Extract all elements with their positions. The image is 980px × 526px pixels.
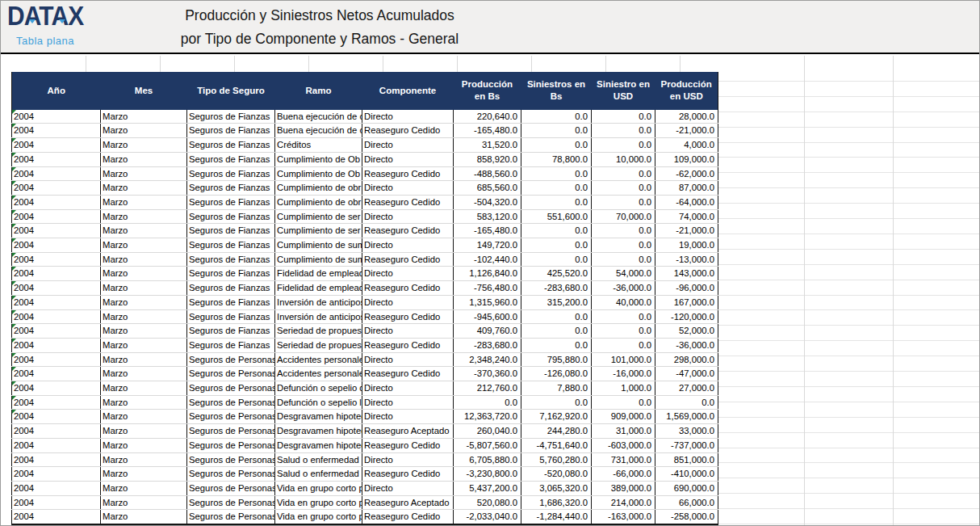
cell-componente[interactable]: Reaseguro Cedido: [362, 224, 454, 238]
cell-mes[interactable]: Marzo: [101, 452, 187, 467]
cell-componente[interactable]: Directo: [362, 181, 454, 196]
cell-ano[interactable]: 2004: [12, 295, 101, 309]
cell-tipo_de_seguro[interactable]: Seguros de Personas: [187, 510, 275, 524]
column-header-tipo_de_seguro[interactable]: Tipo de Seguro: [187, 72, 275, 110]
cell-ano[interactable]: 2004: [12, 309, 101, 324]
cell-tipo_de_seguro[interactable]: Seguros de Fianzas: [187, 181, 275, 196]
cell-siniestros_bs[interactable]: 0.0: [521, 338, 592, 352]
cell-siniestro_usd[interactable]: 0.0: [592, 195, 655, 209]
cell-produccion_bs[interactable]: -370,360.0: [454, 367, 521, 381]
cell-mes[interactable]: Marzo: [101, 424, 187, 439]
cell-produccion_usd[interactable]: 1,569,000.0: [655, 410, 718, 424]
cell-produccion_usd[interactable]: -64,000.0: [655, 195, 718, 209]
cell-produccion_usd[interactable]: 109,000.0: [655, 152, 718, 166]
cell-ano[interactable]: 2004: [12, 338, 101, 352]
cell-ano[interactable]: 2004: [12, 209, 101, 224]
cell-produccion_usd[interactable]: 27,000.0: [655, 381, 718, 396]
cell-mes[interactable]: Marzo: [101, 510, 187, 524]
cell-produccion_usd[interactable]: 74,000.0: [655, 209, 718, 224]
cell-siniestro_usd[interactable]: 0.0: [592, 395, 655, 410]
cell-produccion_usd[interactable]: -36,000.0: [655, 338, 718, 352]
cell-mes[interactable]: Marzo: [101, 495, 187, 510]
cell-ramo[interactable]: Buena ejecución de o: [275, 124, 362, 138]
cell-mes[interactable]: Marzo: [101, 209, 187, 224]
cell-ramo[interactable]: Inversión de anticipos: [275, 309, 362, 324]
cell-ano[interactable]: 2004: [12, 281, 101, 296]
column-header-ramo[interactable]: Ramo: [275, 72, 362, 110]
cell-siniestro_usd[interactable]: 0.0: [592, 124, 655, 138]
column-header-produccion_usd[interactable]: Producción en USD: [655, 72, 718, 110]
cell-produccion_bs[interactable]: -5,807,560.0: [454, 438, 521, 452]
cell-produccion_bs[interactable]: -165,480.0: [454, 224, 521, 238]
cell-ramo[interactable]: Cumplimiento de sum: [275, 238, 362, 253]
cell-mes[interactable]: Marzo: [101, 152, 187, 166]
cell-produccion_usd[interactable]: -13,000.0: [655, 252, 718, 267]
cell-tipo_de_seguro[interactable]: Seguros de Personas: [187, 367, 275, 381]
cell-siniestros_bs[interactable]: -126,080.0: [521, 367, 592, 381]
cell-componente[interactable]: Directo: [362, 138, 454, 153]
cell-ramo[interactable]: Cumplimiento de sum: [275, 252, 362, 267]
cell-mes[interactable]: Marzo: [101, 467, 187, 482]
cell-mes[interactable]: Marzo: [101, 281, 187, 296]
cell-siniestro_usd[interactable]: 0.0: [592, 166, 655, 181]
cell-produccion_bs[interactable]: 149,720.0: [454, 238, 521, 253]
cell-produccion_bs[interactable]: 685,560.0: [454, 181, 521, 196]
cell-siniestro_usd[interactable]: 1,000.0: [592, 381, 655, 396]
cell-siniestro_usd[interactable]: 0.0: [592, 181, 655, 196]
cell-ramo[interactable]: Vida en grupo corto p: [275, 481, 362, 495]
cell-componente[interactable]: Reaseguro Cedido: [362, 467, 454, 482]
cell-produccion_bs[interactable]: -488,560.0: [454, 166, 521, 181]
cell-tipo_de_seguro[interactable]: Seguros de Personas: [187, 495, 275, 510]
cell-siniestro_usd[interactable]: 0.0: [592, 224, 655, 238]
cell-siniestros_bs[interactable]: 1,686,320.0: [521, 495, 592, 510]
cell-produccion_bs[interactable]: -756,480.0: [454, 281, 521, 296]
cell-mes[interactable]: Marzo: [101, 238, 187, 253]
cell-produccion_bs[interactable]: -2,033,040.0: [454, 510, 521, 524]
cell-ano[interactable]: 2004: [12, 495, 101, 510]
cell-ano[interactable]: 2004: [12, 367, 101, 381]
cell-siniestros_bs[interactable]: 0.0: [521, 309, 592, 324]
cell-produccion_usd[interactable]: 851,000.0: [655, 452, 718, 467]
cell-tipo_de_seguro[interactable]: Seguros de Fianzas: [187, 195, 275, 209]
cell-tipo_de_seguro[interactable]: Seguros de Personas: [187, 467, 275, 482]
cell-ramo[interactable]: Fidelidad de emplead: [275, 267, 362, 281]
cell-ano[interactable]: 2004: [12, 152, 101, 166]
cell-ano[interactable]: 2004: [12, 181, 101, 196]
cell-ano[interactable]: 2004: [12, 395, 101, 410]
cell-siniestro_usd[interactable]: 10,000.0: [592, 152, 655, 166]
cell-mes[interactable]: Marzo: [101, 181, 187, 196]
cell-produccion_bs[interactable]: 1,315,960.0: [454, 295, 521, 309]
cell-ano[interactable]: 2004: [12, 438, 101, 452]
cell-mes[interactable]: Marzo: [101, 381, 187, 396]
cell-ramo[interactable]: Cumplimiento de obr: [275, 195, 362, 209]
cell-ano[interactable]: 2004: [12, 138, 101, 153]
cell-produccion_usd[interactable]: -21,000.0: [655, 124, 718, 138]
cell-componente[interactable]: Directo: [362, 410, 454, 424]
cell-siniestros_bs[interactable]: 551,600.0: [521, 209, 592, 224]
cell-siniestro_usd[interactable]: 214,000.0: [592, 495, 655, 510]
column-header-ano[interactable]: Año: [12, 72, 101, 110]
cell-ano[interactable]: 2004: [12, 381, 101, 396]
cell-mes[interactable]: Marzo: [101, 338, 187, 352]
cell-siniestro_usd[interactable]: 70,000.0: [592, 209, 655, 224]
cell-produccion_usd[interactable]: 4,000.0: [655, 138, 718, 153]
cell-siniestros_bs[interactable]: 3,065,320.0: [521, 481, 592, 495]
cell-mes[interactable]: Marzo: [101, 309, 187, 324]
cell-tipo_de_seguro[interactable]: Seguros de Personas: [187, 438, 275, 452]
cell-produccion_bs[interactable]: -283,680.0: [454, 338, 521, 352]
cell-componente[interactable]: Directo: [362, 238, 454, 253]
cell-produccion_bs[interactable]: 1,126,840.0: [454, 267, 521, 281]
cell-produccion_usd[interactable]: -62,000.0: [655, 166, 718, 181]
cell-ramo[interactable]: Salud o enfermedad: [275, 452, 362, 467]
cell-produccion_bs[interactable]: -3,230,800.0: [454, 467, 521, 482]
cell-siniestros_bs[interactable]: -520,080.0: [521, 467, 592, 482]
cell-ano[interactable]: 2004: [12, 424, 101, 439]
cell-tipo_de_seguro[interactable]: Seguros de Fianzas: [187, 209, 275, 224]
cell-produccion_bs[interactable]: 5,437,200.0: [454, 481, 521, 495]
cell-siniestros_bs[interactable]: -283,680.0: [521, 281, 592, 296]
cell-produccion_bs[interactable]: 858,920.0: [454, 152, 521, 166]
cell-componente[interactable]: Reaseguro Cedido: [362, 252, 454, 267]
cell-mes[interactable]: Marzo: [101, 252, 187, 267]
cell-componente[interactable]: Reaseguro Aceptado: [362, 424, 454, 439]
cell-componente[interactable]: Reaseguro Cedido: [362, 438, 454, 452]
